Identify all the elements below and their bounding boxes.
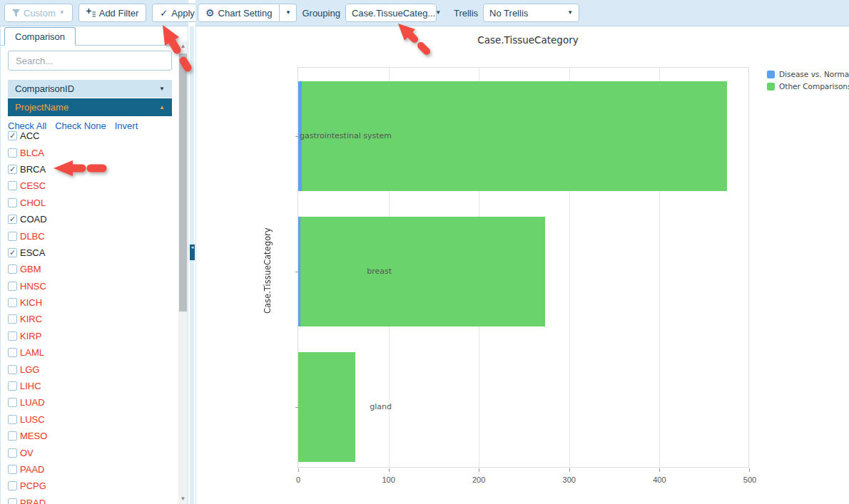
project-label: KIRP	[20, 331, 41, 341]
chart-setting-button[interactable]: ⚙ Chart Setting	[198, 4, 280, 22]
checkbox-unchecked[interactable]	[8, 365, 17, 374]
legend-swatch	[767, 83, 775, 91]
project-label: ACC	[20, 130, 39, 141]
checkbox-checked[interactable]: ✓	[8, 248, 17, 257]
project-checkbox-row[interactable]: ✓BRCA	[8, 161, 168, 178]
chevron-up-icon: ▲	[159, 105, 165, 110]
checkbox-unchecked[interactable]	[8, 381, 17, 391]
checkbox-checked[interactable]: ✓	[8, 165, 17, 174]
project-label: KIRC	[20, 314, 42, 324]
project-checkbox-row[interactable]: ✓ESCA	[8, 245, 168, 261]
project-checkbox-row[interactable]: PRAD	[8, 495, 168, 504]
project-label: PAAD	[20, 464, 44, 475]
project-checkbox-row[interactable]: LIHC	[8, 378, 168, 394]
panel-divider[interactable]: ◄	[188, 26, 195, 504]
checkbox-unchecked[interactable]	[8, 415, 17, 424]
project-checkbox-row[interactable]: LUSC	[8, 411, 168, 428]
checkbox-unchecked[interactable]	[8, 465, 17, 474]
add-filter-button[interactable]: Add Filter	[78, 4, 147, 22]
project-label: LUAD	[20, 397, 45, 408]
project-label: LUSC	[20, 414, 45, 425]
project-checkbox-row[interactable]: CHOL	[8, 195, 168, 211]
checkbox-unchecked[interactable]	[8, 348, 17, 357]
chart-title: Case.TissueCategory	[449, 34, 606, 46]
project-checkbox-row[interactable]: OV	[8, 444, 168, 461]
project-label: BRCA	[20, 164, 46, 175]
project-checkbox-row[interactable]: KIRP	[8, 328, 168, 344]
section-header-projectname[interactable]: ProjectName ▲	[8, 98, 172, 116]
project-checkbox-row[interactable]: ✓ACC	[8, 128, 168, 144]
project-checkbox-row[interactable]: CESC	[8, 178, 168, 194]
custom-filter-button[interactable]: Custom ▼	[4, 4, 73, 22]
project-checkbox-row[interactable]: HNSC	[8, 278, 168, 294]
grouping-select[interactable]: Case.TissueCateg... ▼	[345, 4, 437, 22]
legend-label: Disease vs. Normal	[779, 70, 849, 78]
checkbox-unchecked[interactable]	[8, 148, 17, 158]
section-header-comparisonid[interactable]: ComparisonID ▼	[8, 80, 172, 98]
tab-comparison-label: Comparison	[15, 31, 65, 42]
project-checkbox-row[interactable]: LGG	[8, 361, 168, 377]
sidebar-scrollbar[interactable]: ▲ ▼	[178, 41, 188, 504]
custom-filter-label: Custom	[24, 8, 56, 19]
checkbox-unchecked[interactable]	[8, 431, 17, 441]
project-checkbox-row[interactable]: LAML	[8, 344, 168, 361]
y-axis-title: Case.TissueCategory	[263, 203, 274, 339]
x-axis-tick	[659, 468, 660, 472]
checkbox-unchecked[interactable]	[8, 448, 17, 458]
x-axis-tick-label: 0	[284, 475, 312, 484]
project-label: COAD	[20, 214, 47, 225]
project-checkbox-row[interactable]: PCPG	[8, 478, 168, 494]
project-checkbox-row[interactable]: GBM	[8, 261, 168, 277]
section-label: ProjectName	[15, 102, 68, 113]
x-axis-tick	[569, 468, 570, 472]
scroll-up-icon[interactable]: ▲	[178, 41, 188, 51]
checkbox-unchecked[interactable]	[8, 331, 17, 341]
chart-setting-menu-button[interactable]: ▼	[280, 4, 297, 22]
project-checkbox-row[interactable]: KICH	[8, 294, 168, 311]
project-checkbox-row[interactable]: MESO	[8, 428, 168, 444]
project-checkbox-row[interactable]: BLCA	[8, 144, 168, 160]
chevron-down-icon: ▼	[59, 10, 65, 16]
checkbox-checked[interactable]: ✓	[8, 131, 17, 140]
project-label: DLBC	[20, 231, 45, 242]
checkbox-unchecked[interactable]	[8, 398, 17, 407]
tab-comparison[interactable]: Comparison	[4, 27, 76, 46]
scrollbar-thumb[interactable]	[179, 53, 187, 312]
search-input[interactable]	[8, 51, 172, 71]
project-checkbox-row[interactable]: DLBC	[8, 227, 168, 244]
project-label: GBM	[20, 264, 41, 274]
project-checkbox-row[interactable]: KIRC	[8, 311, 168, 327]
chevron-down-icon: ▼	[285, 10, 291, 16]
project-label: PRAD	[20, 498, 46, 504]
project-label: KICH	[20, 297, 42, 308]
project-label: CESC	[20, 180, 46, 191]
legend-item: Other Comparisons	[767, 82, 849, 91]
project-label: BLCA	[20, 148, 44, 158]
x-axis-tick-label: 100	[375, 475, 403, 484]
tab-bar: Comparison	[1, 27, 176, 46]
checkbox-unchecked[interactable]	[8, 264, 17, 274]
collapse-panel-handle[interactable]: ◄	[190, 245, 195, 260]
apply-label: Apply	[171, 8, 195, 19]
checkbox-unchecked[interactable]	[8, 298, 17, 307]
project-checkbox-row[interactable]: LUAD	[8, 394, 168, 411]
checkbox-unchecked[interactable]	[8, 198, 17, 207]
scroll-down-icon[interactable]: ▼	[178, 494, 188, 504]
x-axis-tick	[479, 468, 479, 472]
trellis-select[interactable]: No Trellis ▼	[483, 4, 579, 22]
checkbox-unchecked[interactable]	[8, 282, 17, 291]
project-checkbox-row[interactable]: PAAD	[8, 461, 168, 478]
chart-toolbar: ⚙ Chart Setting ▼ Grouping Case.TissueCa…	[195, 0, 849, 26]
checkbox-unchecked[interactable]	[8, 314, 17, 324]
legend-item: Disease vs. Normal	[767, 70, 849, 78]
checkbox-unchecked[interactable]	[8, 232, 17, 241]
checkbox-unchecked[interactable]	[8, 481, 17, 490]
add-filter-label: Add Filter	[99, 8, 139, 19]
checkbox-unchecked[interactable]	[8, 181, 17, 190]
checkbox-unchecked[interactable]	[8, 498, 17, 504]
chevron-down-icon: ▼	[159, 86, 165, 92]
chart-setting-label: Chart Setting	[218, 8, 273, 19]
project-checkbox-row[interactable]: ✓COAD	[8, 211, 168, 227]
project-label: PCPG	[20, 480, 46, 491]
checkbox-checked[interactable]: ✓	[8, 215, 17, 224]
